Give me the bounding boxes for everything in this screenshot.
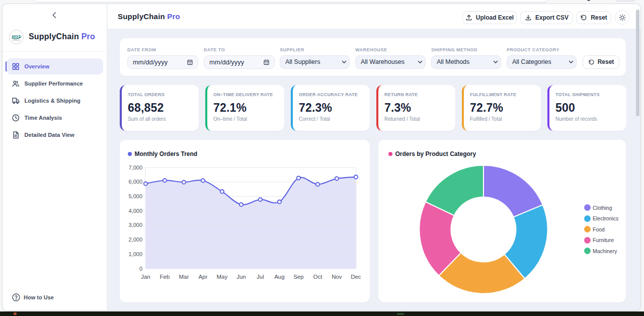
svg-text:4,000: 4,000 (128, 208, 142, 214)
svg-text:Nov: Nov (332, 274, 342, 280)
svg-text:Jul: Jul (257, 274, 264, 280)
svg-text:6,000: 6,000 (128, 179, 142, 185)
svg-text:5,000: 5,000 (128, 193, 142, 199)
svg-text:May: May (217, 274, 228, 280)
svg-text:Jun: Jun (236, 274, 246, 280)
svg-text:2,000: 2,000 (128, 236, 142, 243)
svg-text:Aug: Aug (274, 274, 284, 280)
svg-text:7,000: 7,000 (128, 165, 142, 171)
svg-text:Dec: Dec (351, 274, 361, 280)
svg-text:Oct: Oct (313, 274, 323, 280)
svg-text:0: 0 (139, 266, 142, 272)
svg-text:Jan: Jan (141, 274, 150, 280)
svg-text:Feb: Feb (159, 274, 170, 280)
svg-text:Mar: Mar (179, 274, 189, 280)
svg-text:3,000: 3,000 (128, 222, 142, 228)
svg-text:1,000: 1,000 (128, 251, 142, 257)
svg-text:Apr: Apr (198, 274, 207, 280)
svg-text:Sep: Sep (293, 274, 303, 280)
